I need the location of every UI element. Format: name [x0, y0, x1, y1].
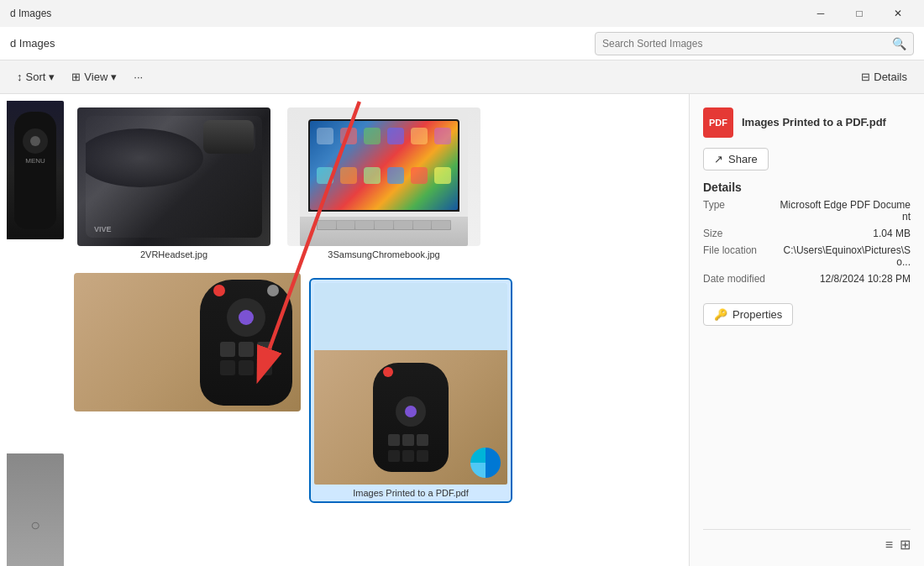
- list-view-button[interactable]: ≡: [885, 537, 893, 553]
- details-icon: ⊟: [861, 71, 870, 83]
- detail-key-size: Size: [703, 228, 722, 239]
- detail-row-modified: Date modified 12/8/2024 10:28 PM: [703, 273, 911, 285]
- breadcrumb: d Images: [10, 37, 588, 50]
- image-filename: Images Printed to a PDF.pdf: [353, 488, 469, 498]
- more-icon: ···: [134, 71, 143, 83]
- vr-headset-thumbnail: VIVE: [77, 107, 270, 246]
- sort-chevron-icon: ▾: [49, 71, 55, 83]
- properties-label: Properties: [732, 308, 782, 321]
- file-area: MENU VIVE 2VRHeadset.jpg: [0, 94, 689, 566]
- chromebook-thumbnail: [287, 107, 480, 246]
- more-options-button[interactable]: ···: [127, 67, 150, 86]
- sort-label: Sort: [26, 71, 46, 83]
- details-label: Details: [874, 71, 907, 83]
- grid-view-button[interactable]: ⊞: [900, 537, 911, 553]
- view-icon: ⊞: [71, 71, 81, 83]
- details-button[interactable]: ⊟ Details: [854, 67, 914, 86]
- view-label: View: [84, 71, 108, 83]
- main-layout: MENU VIVE 2VRHeadset.jpg: [0, 94, 924, 566]
- detail-value-location: C:\Users\Equinox\Pictures\So...: [776, 244, 911, 268]
- sort-icon: ↕: [17, 71, 23, 83]
- view-chevron-icon: ▾: [111, 71, 117, 83]
- detail-value-size: 1.04 MB: [873, 228, 911, 239]
- details-filename: Images Printed to a PDF.pdf: [742, 116, 886, 130]
- detail-key-modified: Date modified: [703, 273, 765, 285]
- titlebar-controls: ─ □ ✕: [801, 0, 917, 27]
- search-input[interactable]: [602, 38, 892, 50]
- pdf-thumb-content: [314, 350, 507, 485]
- close-button[interactable]: ✕: [879, 0, 917, 27]
- detail-value-modified: 12/8/2024 10:28 PM: [820, 273, 911, 285]
- detail-key-location: File location: [703, 244, 757, 268]
- pdf-thumbnail: [314, 283, 507, 485]
- titlebar: d Images ─ □ ✕: [0, 0, 924, 27]
- view-toggle-area: ≡ ⊞: [703, 529, 911, 553]
- detail-row-size: Size 1.04 MB: [703, 228, 911, 239]
- share-icon: ↗: [714, 153, 723, 165]
- details-spacer: [703, 336, 911, 519]
- details-file-header: PDF Images Printed to a PDF.pdf: [703, 107, 911, 138]
- pdf-dpad: [396, 396, 426, 427]
- partial-right-remote-image: [74, 273, 301, 411]
- list-item[interactable]: VIVE 2VRHeadset.jpg: [74, 104, 274, 263]
- pdf-remote-graphic: [373, 363, 449, 472]
- properties-button[interactable]: 🔑 Properties: [703, 303, 793, 326]
- detail-value-type: Microsoft Edge PDF Document: [776, 199, 911, 223]
- search-box[interactable]: 🔍: [595, 32, 914, 55]
- detail-row-type: Type Microsoft Edge PDF Document: [703, 199, 911, 223]
- details-panel: PDF Images Printed to a PDF.pdf ↗ Share …: [689, 94, 924, 566]
- image-filename: 2VRHeadset.jpg: [140, 249, 207, 259]
- share-button[interactable]: ↗ Share: [703, 148, 769, 170]
- minimize-button[interactable]: ─: [801, 0, 840, 27]
- titlebar-title: d Images: [10, 8, 51, 19]
- sort-button[interactable]: ↕ Sort ▾: [10, 67, 61, 86]
- properties-icon: 🔑: [714, 308, 727, 321]
- pdf-file-icon: PDF: [703, 107, 733, 138]
- search-icon: 🔍: [892, 37, 906, 50]
- share-label: Share: [728, 153, 758, 165]
- details-section-title: Details: [703, 181, 911, 194]
- partial-left-top-image: MENU: [7, 101, 64, 239]
- edge-logo: [470, 448, 501, 478]
- maximize-button[interactable]: □: [840, 0, 879, 27]
- addressbar: d Images 🔍: [0, 27, 924, 60]
- toolbar: ↕ Sort ▾ ⊞ View ▾ ··· ⊟ Details: [0, 60, 924, 94]
- detail-key-type: Type: [703, 199, 725, 223]
- pdf-dpad-center: [405, 406, 417, 417]
- image-grid: MENU VIVE 2VRHeadset.jpg: [7, 101, 682, 505]
- pdf-thumb-top: [314, 283, 507, 350]
- list-item[interactable]: 3SamsungChromebook.jpg: [284, 104, 484, 263]
- list-item[interactable]: Images Printed to a PDF.pdf: [311, 280, 511, 501]
- detail-row-location: File location C:\Users\Equinox\Pictures\…: [703, 244, 911, 268]
- pdf-icon-label: PDF: [709, 118, 727, 128]
- view-button[interactable]: ⊞ View ▾: [65, 67, 123, 86]
- image-filename: 3SamsungChromebook.jpg: [328, 249, 439, 259]
- details-section: Details Type Microsoft Edge PDF Document…: [703, 181, 911, 290]
- partial-left-bottom-image: ○: [7, 453, 64, 566]
